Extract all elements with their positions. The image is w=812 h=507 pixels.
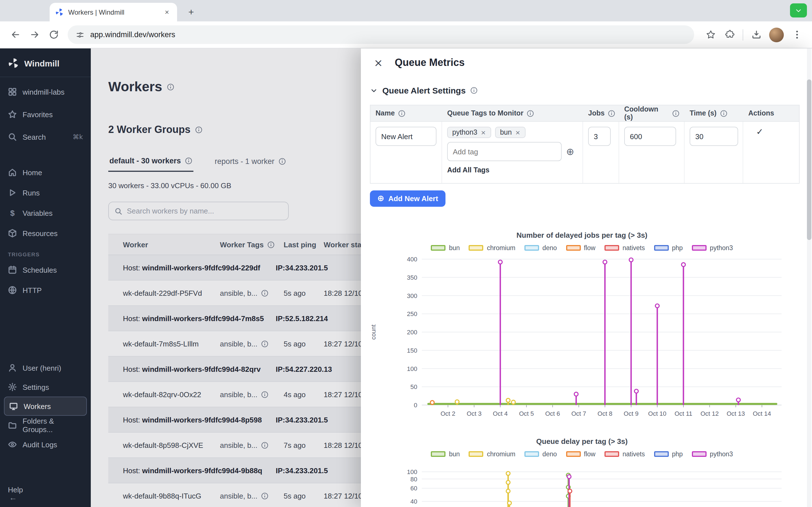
sidebar-item-label: HTTP [22, 286, 42, 294]
forward-arrow-icon [29, 29, 40, 40]
downloads-button[interactable] [747, 25, 766, 44]
svg-text:Oct 3: Oct 3 [467, 410, 481, 417]
collapse-sidebar-button[interactable]: ← [0, 493, 91, 502]
sidebar-item-home[interactable]: Home [0, 162, 91, 182]
cooldown-input[interactable] [624, 127, 676, 146]
close-drawer-button[interactable]: × [370, 54, 387, 71]
brand[interactable]: Windmill [0, 48, 91, 76]
tab-reports-group[interactable]: reports - 1 worker [214, 153, 287, 172]
sidebar-item-label: Schedules [22, 266, 57, 274]
sidebar-item-http[interactable]: HTTP [0, 280, 91, 300]
alert-name-input[interactable] [375, 127, 437, 146]
brand-name: Windmill [24, 58, 59, 68]
remove-tag-icon[interactable]: × [481, 129, 486, 136]
flow-swatch [566, 245, 580, 251]
info-icon[interactable] [195, 126, 202, 133]
sidebar-item-resources[interactable]: Resources [0, 223, 91, 243]
profile-avatar[interactable] [769, 27, 784, 42]
python3-swatch [692, 245, 707, 251]
tab-default-group[interactable]: default - 30 workers [108, 153, 193, 172]
bun-swatch [431, 451, 446, 457]
application-window: Workers | Windmill × + [0, 0, 812, 507]
chart-legend: bunchromiumdenoflownativetsphppython3 [368, 241, 796, 255]
page-content: Windmill windmill-labs Favorites Search [0, 48, 812, 507]
legend-item: deno [524, 244, 557, 251]
drawer-title: Queue Metrics [395, 57, 465, 68]
python3-swatch [692, 451, 707, 457]
jobs-input[interactable] [588, 127, 611, 146]
queue-alert-settings-header[interactable]: Queue Alert Settings [370, 86, 477, 95]
search-icon [114, 207, 122, 215]
reload-button[interactable] [44, 25, 63, 44]
add-tag-input[interactable] [447, 142, 562, 161]
sidebar-item-label: Workers [24, 402, 51, 410]
remove-tag-icon[interactable]: × [515, 129, 520, 136]
add-new-alert-button[interactable]: ⊕ Add New Alert [370, 190, 446, 207]
svg-text:Oct 7: Oct 7 [571, 410, 587, 417]
kebab-menu-icon [792, 29, 802, 40]
add-all-tags-button[interactable]: Add All Tags [447, 166, 490, 174]
svg-text:0: 0 [414, 402, 417, 409]
svg-text:250: 250 [407, 311, 417, 318]
delayed-jobs-plot: 050100150200250300350400Oct 2Oct 3Oct 4O… [368, 255, 791, 424]
legend-item: bun [431, 244, 460, 251]
tab-strip: Workers | Windmill × + [0, 0, 812, 21]
sidebar-item-search[interactable]: Search ⌘k [0, 126, 91, 148]
browser-chrome: Workers | Windmill × + [0, 0, 812, 48]
legend-item: flow [566, 451, 596, 457]
alert-name-cell [370, 122, 442, 183]
back-button[interactable] [6, 25, 25, 44]
puzzle-icon [724, 29, 735, 40]
tag-label: bun [500, 128, 512, 136]
alert-actions-cell: ✓ [743, 122, 799, 183]
sidebar-item-variables[interactable]: $ Variables [0, 203, 91, 223]
svg-text:100: 100 [407, 365, 417, 372]
sidebar-item-audit-logs[interactable]: Audit Logs [0, 435, 91, 454]
search-input[interactable] [127, 207, 283, 215]
sidebar-item-schedules[interactable]: Schedules [0, 260, 91, 280]
forward-button[interactable] [25, 25, 44, 44]
browser-tab[interactable]: Workers | Windmill × [50, 3, 177, 21]
scrollbar-thumb[interactable] [807, 79, 811, 240]
sidebar-bottom-group: User (henri) Settings Workers [0, 358, 91, 454]
browser-dropdown-button[interactable] [790, 3, 807, 17]
add-tag-button[interactable]: ⊕ [566, 147, 574, 156]
close-tab-icon[interactable]: × [162, 8, 171, 17]
extensions-button[interactable] [720, 25, 739, 44]
worker-group-tabs: default - 30 workers reports - 1 worker [108, 153, 287, 172]
info-icon[interactable] [167, 83, 174, 91]
svg-text:200: 200 [407, 329, 417, 336]
info-icon[interactable] [470, 87, 477, 94]
reload-icon [48, 29, 59, 40]
workspace-selector[interactable]: windmill-labs [0, 80, 91, 103]
chevron-down-icon [795, 6, 802, 14]
toolbar-divider [743, 29, 743, 40]
workers-summary: 30 workers - 33.00 vCPUs - 60.00 GB [108, 181, 231, 190]
gear-icon [8, 383, 17, 392]
info-icon [608, 110, 615, 117]
new-tab-button[interactable]: + [184, 5, 199, 20]
browser-menu-button[interactable] [787, 25, 806, 44]
header-time: Time (s) [684, 105, 743, 121]
sidebar-item-user[interactable]: User (henri) [0, 358, 91, 378]
sidebar-item-runs[interactable]: Runs [0, 182, 91, 203]
folder-icon [8, 421, 17, 430]
header-jobs: Jobs [583, 105, 619, 121]
page-title: Workers [108, 79, 162, 95]
time-input[interactable] [690, 127, 738, 146]
sidebar-item-favorites[interactable]: Favorites [0, 103, 91, 126]
deno-swatch [524, 245, 539, 251]
sidebar-item-folders-groups[interactable]: Folders & Groups... [0, 416, 91, 435]
address-bar[interactable]: app.windmill.dev/workers [68, 25, 694, 44]
header-name: Name [370, 105, 442, 121]
info-icon [672, 110, 679, 117]
sidebar-item-label: Audit Logs [22, 440, 57, 449]
sidebar-item-workers[interactable]: Workers [4, 397, 87, 416]
legend-item: deno [524, 451, 557, 457]
plus-circle-icon: ⊕ [377, 194, 384, 203]
confirm-check-icon[interactable]: ✓ [748, 124, 763, 137]
svg-text:400: 400 [407, 256, 417, 263]
bookmark-button[interactable] [701, 25, 720, 44]
sidebar-item-settings[interactable]: Settings [0, 378, 91, 397]
star-icon [8, 110, 17, 119]
